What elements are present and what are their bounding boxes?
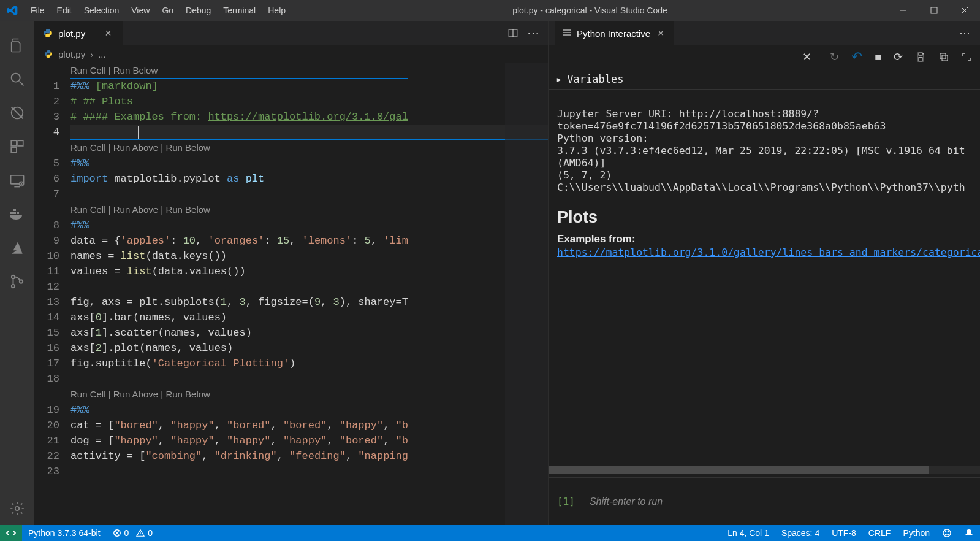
editor-tabs: plot.py × ⋯ [34,21,548,45]
svg-rect-31 [940,53,946,59]
horizontal-scrollbar[interactable] [549,466,980,474]
svg-rect-10 [11,147,17,153]
undo-icon[interactable]: ↶ [851,49,862,65]
svg-rect-8 [11,140,17,146]
codelens-run-cell[interactable]: Run Cell | Run Above | Run Below [70,142,210,153]
menu-terminal[interactable]: Terminal [217,0,262,21]
more-actions-icon[interactable]: ⋯ [527,26,539,40]
breadcrumb-rest[interactable]: ... [98,49,106,59]
menu-view[interactable]: View [125,0,156,21]
redo-icon[interactable]: ↻ [830,50,839,64]
notifications-icon[interactable] [958,525,980,541]
feedback-icon[interactable] [936,525,958,541]
code-editor[interactable]: 1 2 3 4 5 6 7 8 9 10 11 12 13 14 15 16 1… [34,63,548,525]
restart-icon[interactable]: ⟳ [894,50,903,64]
chevron-right-icon: ▸ [556,73,562,85]
source-control-icon[interactable] [0,264,34,298]
breadcrumbs[interactable]: plot.py › ... [34,45,548,63]
svg-rect-32 [942,55,948,61]
svg-point-22 [19,280,22,283]
python-file-icon [44,49,53,59]
svg-point-20 [11,275,14,278]
interactive-output: Jupyter Server URI: http://localhost:888… [549,90,980,466]
titlebar: File Edit Selection View Go Debug Termin… [0,0,980,21]
svg-rect-1 [931,7,937,13]
docker-icon[interactable] [0,197,34,231]
status-bar: Python 3.7.3 64-bit 0 0 Ln 4, Col 1 Spac… [0,525,980,541]
output-subheading: Examples from: [557,233,971,245]
svg-rect-16 [10,212,13,214]
tab-label: plot.py [58,28,85,39]
close-button[interactable] [949,0,980,21]
main-menu: File Edit Selection View Go Debug Termin… [25,0,292,21]
menu-go[interactable]: Go [156,0,180,21]
python-file-icon [42,28,53,39]
remote-indicator[interactable] [0,525,22,541]
svg-point-39 [945,531,946,532]
eol[interactable]: CRLF [862,525,897,541]
errors-count[interactable]: 0 [107,525,135,541]
breadcrumb-file[interactable]: plot.py [58,49,85,59]
panel-tab-label: Python Interactive [577,28,650,39]
cell-number: [1] [557,496,575,507]
remote-icon[interactable] [0,163,34,197]
export-icon[interactable] [938,52,949,63]
debug-icon[interactable] [0,96,34,129]
search-icon[interactable] [0,62,34,96]
svg-rect-19 [13,209,16,211]
explorer-icon[interactable] [0,28,34,62]
svg-rect-18 [17,212,19,214]
expand-icon[interactable] [962,52,971,62]
svg-rect-17 [13,212,16,214]
code-lines[interactable]: Run Cell | Run Below #%% [markdown] # ##… [70,63,548,525]
save-icon[interactable] [915,52,926,63]
input-hint: Shift-enter to run [590,496,663,507]
window-controls [888,0,980,21]
azure-icon[interactable] [0,231,34,264]
interactive-input[interactable]: [1] Shift-enter to run [549,477,980,525]
svg-rect-29 [919,53,922,55]
menu-file[interactable]: File [25,0,51,21]
codelens-run-cell[interactable]: Run Cell | Run Below [70,65,158,75]
codelens-run-cell[interactable]: Run Cell | Run Above | Run Below [70,389,210,399]
menu-help[interactable]: Help [262,0,292,21]
menu-edit[interactable]: Edit [51,0,78,21]
cursor-position[interactable]: Ln 4, Col 1 [721,525,775,541]
output-link[interactable]: https://matplotlib.org/3.1.0/gallery/lin… [557,247,980,258]
svg-point-21 [11,284,14,287]
indentation[interactable]: Spaces: 4 [775,525,826,541]
vscode-logo [0,4,25,17]
language-mode[interactable]: Python [897,525,936,541]
warnings-count[interactable]: 0 [135,525,159,541]
maximize-button[interactable] [919,0,949,21]
tab-close-button[interactable]: × [102,27,114,40]
tab-plotpy[interactable]: plot.py × [34,21,123,45]
codelens-run-cell[interactable]: Run Cell | Run Above | Run Below [70,204,210,215]
more-actions-icon[interactable]: ⋯ [959,27,970,39]
python-interactive-panel: Python Interactive × ⋯ ✕ ↻ ↶ ■ ⟳ ▸ [548,21,980,525]
svg-point-23 [15,506,19,510]
tab-close-button[interactable]: × [655,27,667,40]
svg-point-40 [948,531,948,532]
stop-icon[interactable]: ■ [875,51,881,64]
tab-python-interactive[interactable]: Python Interactive × [555,21,674,45]
menu-selection[interactable]: Selection [78,0,126,21]
settings-gear-icon[interactable] [0,491,34,525]
split-editor-icon[interactable] [507,28,518,39]
svg-point-4 [11,73,20,82]
python-interpreter[interactable]: Python 3.7.3 64-bit [22,525,107,541]
encoding[interactable]: UTF-8 [826,525,862,541]
output-heading: Plots [557,211,971,223]
svg-rect-9 [18,140,23,146]
menu-debug[interactable]: Debug [180,0,217,21]
cancel-icon[interactable]: ✕ [802,50,811,64]
svg-line-5 [19,81,23,85]
window-title: plot.py - categorical - Visual Studio Co… [292,6,888,15]
svg-rect-30 [919,58,922,61]
preview-icon [562,28,572,38]
minimap[interactable] [505,63,548,525]
variables-section[interactable]: ▸ Variables [549,69,980,90]
extensions-icon[interactable] [0,129,34,163]
minimize-button[interactable] [888,0,919,21]
line-number-gutter: 1 2 3 4 5 6 7 8 9 10 11 12 13 14 15 16 1… [34,63,70,525]
